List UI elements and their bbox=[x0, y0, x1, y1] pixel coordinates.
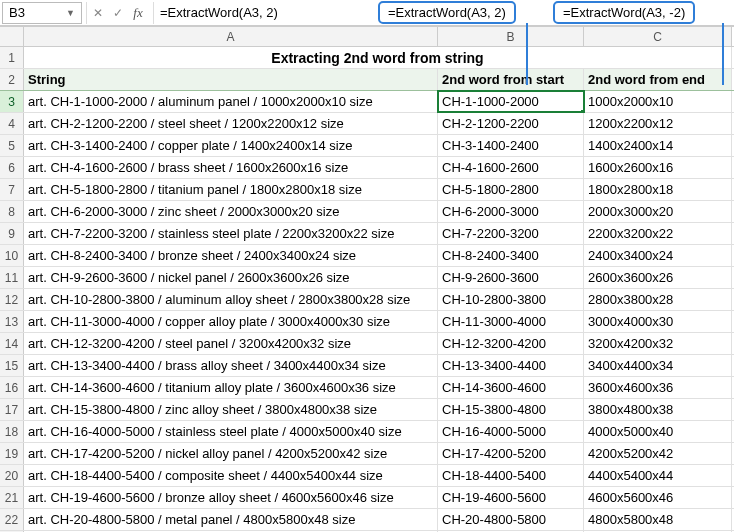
cell-word-from-end[interactable]: 3800x4800x38 bbox=[584, 399, 732, 420]
cell-string[interactable]: art. CH-16-4000-5000 / stainless steel p… bbox=[24, 421, 438, 442]
formula-text: =ExtractWord(A3, 2) bbox=[160, 5, 278, 20]
row-number[interactable]: 20 bbox=[0, 465, 24, 486]
cell-string[interactable]: art. CH-1-1000-2000 / aluminum panel / 1… bbox=[24, 91, 438, 112]
cell-word-from-end[interactable]: 1600x2600x16 bbox=[584, 157, 732, 178]
fx-icon[interactable]: fx bbox=[129, 4, 147, 22]
cell-string[interactable]: art. CH-3-1400-2400 / copper plate / 140… bbox=[24, 135, 438, 156]
cell-string[interactable]: art. CH-8-2400-3400 / bronze sheet / 240… bbox=[24, 245, 438, 266]
cell-word-from-start[interactable]: CH-9-2600-3600 bbox=[438, 267, 584, 288]
row-number[interactable]: 22 bbox=[0, 509, 24, 530]
cell-word-from-start[interactable]: CH-12-3200-4200 bbox=[438, 333, 584, 354]
formula-input[interactable]: =ExtractWord(A3, 2) bbox=[153, 2, 732, 24]
cell-word-from-end[interactable]: 4400x5400x44 bbox=[584, 465, 732, 486]
header-b[interactable]: 2nd word from start bbox=[438, 69, 584, 90]
col-header-c[interactable]: C bbox=[584, 27, 732, 46]
cell-word-from-start[interactable]: CH-3-1400-2400 bbox=[438, 135, 584, 156]
row-number[interactable]: 10 bbox=[0, 245, 24, 266]
accept-icon[interactable]: ✓ bbox=[109, 4, 127, 22]
cell-string[interactable]: art. CH-10-2800-3800 / aluminum alloy sh… bbox=[24, 289, 438, 310]
cell-string[interactable]: art. CH-13-3400-4400 / brass alloy sheet… bbox=[24, 355, 438, 376]
cell-word-from-end[interactable]: 1800x2800x18 bbox=[584, 179, 732, 200]
row-number[interactable]: 12 bbox=[0, 289, 24, 310]
cell-word-from-end[interactable]: 2200x3200x22 bbox=[584, 223, 732, 244]
cell-word-from-end[interactable]: 2000x3000x20 bbox=[584, 201, 732, 222]
cell-string[interactable]: art. CH-19-4600-5600 / bronze alloy shee… bbox=[24, 487, 438, 508]
cell-word-from-end[interactable]: 4200x5200x42 bbox=[584, 443, 732, 464]
cell-string[interactable]: art. CH-6-2000-3000 / zinc sheet / 2000x… bbox=[24, 201, 438, 222]
cell-string[interactable]: art. CH-5-1800-2800 / titanium panel / 1… bbox=[24, 179, 438, 200]
row-number[interactable]: 16 bbox=[0, 377, 24, 398]
row-number[interactable]: 2 bbox=[0, 69, 24, 90]
row-number[interactable]: 14 bbox=[0, 333, 24, 354]
cell-word-from-start[interactable]: CH-7-2200-3200 bbox=[438, 223, 584, 244]
data-row: 17art. CH-15-3800-4800 / zinc alloy shee… bbox=[0, 399, 734, 421]
cell-word-from-end[interactable]: 3000x4000x30 bbox=[584, 311, 732, 332]
cell-word-from-start[interactable]: CH-20-4800-5800 bbox=[438, 509, 584, 530]
cell-word-from-start[interactable]: CH-16-4000-5000 bbox=[438, 421, 584, 442]
cell-string[interactable]: art. CH-17-4200-5200 / nickel alloy pane… bbox=[24, 443, 438, 464]
cell-string[interactable]: art. CH-7-2200-3200 / stainless steel pl… bbox=[24, 223, 438, 244]
title-row: 1 Extracting 2nd word from string bbox=[0, 47, 734, 69]
cell-string[interactable]: art. CH-9-2600-3600 / nickel panel / 260… bbox=[24, 267, 438, 288]
cell-word-from-start[interactable]: CH-1-1000-2000 bbox=[438, 91, 584, 112]
cell-word-from-start[interactable]: CH-17-4200-5200 bbox=[438, 443, 584, 464]
row-number[interactable]: 6 bbox=[0, 157, 24, 178]
cell-word-from-end[interactable]: 4000x5000x40 bbox=[584, 421, 732, 442]
row-number[interactable]: 17 bbox=[0, 399, 24, 420]
cell-word-from-start[interactable]: CH-2-1200-2200 bbox=[438, 113, 584, 134]
cancel-icon[interactable]: ✕ bbox=[89, 4, 107, 22]
row-number[interactable]: 5 bbox=[0, 135, 24, 156]
row-number[interactable]: 8 bbox=[0, 201, 24, 222]
header-a[interactable]: String bbox=[24, 69, 438, 90]
cell-string[interactable]: art. CH-4-1600-2600 / brass sheet / 1600… bbox=[24, 157, 438, 178]
cell-word-from-end[interactable]: 3600x4600x36 bbox=[584, 377, 732, 398]
cell-word-from-end[interactable]: 1200x2200x12 bbox=[584, 113, 732, 134]
cell-string[interactable]: art. CH-15-3800-4800 / zinc alloy sheet … bbox=[24, 399, 438, 420]
cell-word-from-end[interactable]: 4600x5600x46 bbox=[584, 487, 732, 508]
title-cell[interactable]: Extracting 2nd word from string bbox=[24, 47, 732, 68]
cell-word-from-end[interactable]: 3400x4400x34 bbox=[584, 355, 732, 376]
row-number[interactable]: 19 bbox=[0, 443, 24, 464]
cell-word-from-end[interactable]: 3200x4200x32 bbox=[584, 333, 732, 354]
row-number[interactable]: 7 bbox=[0, 179, 24, 200]
cell-word-from-start[interactable]: CH-6-2000-3000 bbox=[438, 201, 584, 222]
name-box[interactable]: B3 ▼ bbox=[2, 2, 82, 24]
chevron-down-icon[interactable]: ▼ bbox=[66, 8, 75, 18]
cell-word-from-start[interactable]: CH-10-2800-3800 bbox=[438, 289, 584, 310]
cell-word-from-end[interactable]: 1000x2000x10 bbox=[584, 91, 732, 112]
row-number[interactable]: 9 bbox=[0, 223, 24, 244]
cell-string[interactable]: art. CH-12-3200-4200 / steel panel / 320… bbox=[24, 333, 438, 354]
cell-string[interactable]: art. CH-18-4400-5400 / composite sheet /… bbox=[24, 465, 438, 486]
row-number[interactable]: 21 bbox=[0, 487, 24, 508]
row-number[interactable]: 4 bbox=[0, 113, 24, 134]
cell-word-from-start[interactable]: CH-14-3600-4600 bbox=[438, 377, 584, 398]
cell-word-from-end[interactable]: 2400x3400x24 bbox=[584, 245, 732, 266]
cell-word-from-end[interactable]: 2800x3800x28 bbox=[584, 289, 732, 310]
row-number[interactable]: 11 bbox=[0, 267, 24, 288]
cell-word-from-start[interactable]: CH-5-1800-2800 bbox=[438, 179, 584, 200]
row-number[interactable]: 15 bbox=[0, 355, 24, 376]
cell-word-from-start[interactable]: CH-19-4600-5600 bbox=[438, 487, 584, 508]
col-header-b[interactable]: B bbox=[438, 27, 584, 46]
row-number[interactable]: 1 bbox=[0, 47, 24, 68]
cell-word-from-end[interactable]: 2600x3600x26 bbox=[584, 267, 732, 288]
cell-word-from-start[interactable]: CH-15-3800-4800 bbox=[438, 399, 584, 420]
cell-word-from-start[interactable]: CH-8-2400-3400 bbox=[438, 245, 584, 266]
cell-word-from-start[interactable]: CH-4-1600-2600 bbox=[438, 157, 584, 178]
row-number[interactable]: 3 bbox=[0, 91, 24, 112]
cell-string[interactable]: art. CH-14-3600-4600 / titanium alloy pl… bbox=[24, 377, 438, 398]
cell-string[interactable]: art. CH-11-3000-4000 / copper alloy plat… bbox=[24, 311, 438, 332]
row-number[interactable]: 18 bbox=[0, 421, 24, 442]
cell-word-from-start[interactable]: CH-11-3000-4000 bbox=[438, 311, 584, 332]
row-number[interactable]: 13 bbox=[0, 311, 24, 332]
cell-string[interactable]: art. CH-2-1200-2200 / steel sheet / 1200… bbox=[24, 113, 438, 134]
cell-word-from-end[interactable]: 4800x5800x48 bbox=[584, 509, 732, 530]
col-header-a[interactable]: A bbox=[24, 27, 438, 46]
select-all-corner[interactable] bbox=[0, 27, 24, 46]
header-c[interactable]: 2nd word from end bbox=[584, 69, 732, 90]
cell-word-from-start[interactable]: CH-13-3400-4400 bbox=[438, 355, 584, 376]
cell-string[interactable]: art. CH-20-4800-5800 / metal panel / 480… bbox=[24, 509, 438, 530]
cell-word-from-end[interactable]: 1400x2400x14 bbox=[584, 135, 732, 156]
data-row: 3art. CH-1-1000-2000 / aluminum panel / … bbox=[0, 91, 734, 113]
cell-word-from-start[interactable]: CH-18-4400-5400 bbox=[438, 465, 584, 486]
